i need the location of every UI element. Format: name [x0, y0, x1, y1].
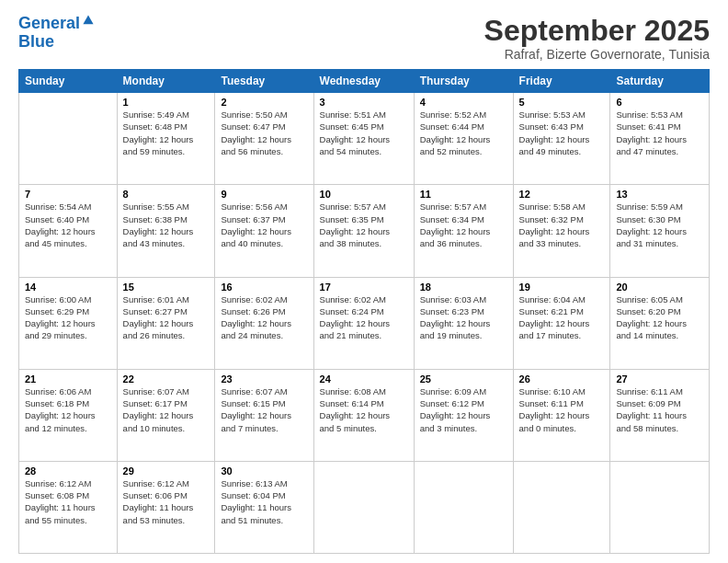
calendar-cell: 17Sunrise: 6:02 AM Sunset: 6:24 PM Dayli…: [313, 277, 414, 369]
day-number: 14: [25, 282, 111, 293]
calendar-cell: 2Sunrise: 5:50 AM Sunset: 6:47 PM Daylig…: [215, 93, 313, 185]
calendar-cell: 23Sunrise: 6:07 AM Sunset: 6:15 PM Dayli…: [215, 369, 313, 461]
calendar-cell: 22Sunrise: 6:07 AM Sunset: 6:17 PM Dayli…: [117, 369, 215, 461]
calendar-cell: 30Sunrise: 6:13 AM Sunset: 6:04 PM Dayli…: [215, 461, 313, 553]
subtitle: Rafraf, Bizerte Governorate, Tunisia: [484, 47, 710, 62]
day-number: 3: [320, 97, 408, 108]
day-info: Sunrise: 6:08 AM Sunset: 6:14 PM Dayligh…: [320, 385, 408, 434]
calendar-cell: 26Sunrise: 6:10 AM Sunset: 6:11 PM Dayli…: [513, 369, 610, 461]
calendar-cell: 6Sunrise: 5:53 AM Sunset: 6:41 PM Daylig…: [610, 93, 710, 185]
day-number: 27: [616, 373, 703, 385]
calendar-week-5: 28Sunrise: 6:12 AM Sunset: 6:08 PM Dayli…: [19, 461, 710, 553]
day-number: 7: [25, 189, 111, 200]
calendar-cell: 27Sunrise: 6:11 AM Sunset: 6:09 PM Dayli…: [610, 369, 710, 461]
calendar-cell: 29Sunrise: 6:12 AM Sunset: 6:06 PM Dayli…: [117, 461, 215, 553]
day-number: 23: [221, 373, 307, 385]
calendar-cell: 20Sunrise: 6:05 AM Sunset: 6:20 PM Dayli…: [610, 277, 710, 369]
day-info: Sunrise: 5:59 AM Sunset: 6:30 PM Dayligh…: [616, 201, 703, 249]
calendar-cell: 14Sunrise: 6:00 AM Sunset: 6:29 PM Dayli…: [19, 277, 118, 369]
col-monday: Monday: [117, 70, 215, 93]
calendar-cell: [313, 461, 414, 553]
day-number: 30: [221, 465, 307, 477]
calendar-header-row: Sunday Monday Tuesday Wednesday Thursday…: [19, 70, 710, 93]
day-info: Sunrise: 6:02 AM Sunset: 6:26 PM Dayligh…: [221, 293, 307, 342]
calendar-week-4: 21Sunrise: 6:06 AM Sunset: 6:18 PM Dayli…: [19, 369, 710, 461]
day-number: 11: [420, 189, 507, 200]
day-info: Sunrise: 6:00 AM Sunset: 6:29 PM Dayligh…: [25, 293, 111, 342]
day-number: 28: [25, 465, 111, 477]
day-info: Sunrise: 6:04 AM Sunset: 6:21 PM Dayligh…: [519, 293, 605, 342]
day-info: Sunrise: 6:09 AM Sunset: 6:12 PM Dayligh…: [420, 385, 507, 434]
day-info: Sunrise: 6:02 AM Sunset: 6:24 PM Dayligh…: [320, 293, 408, 342]
day-info: Sunrise: 5:55 AM Sunset: 6:38 PM Dayligh…: [123, 201, 210, 249]
page: General Blue September 2025 Rafraf, Bize…: [0, 0, 728, 563]
header: General Blue September 2025 Rafraf, Bize…: [18, 15, 710, 62]
day-info: Sunrise: 5:50 AM Sunset: 6:47 PM Dayligh…: [221, 109, 307, 157]
day-number: 9: [221, 189, 307, 200]
calendar-cell: 5Sunrise: 5:53 AM Sunset: 6:43 PM Daylig…: [513, 93, 610, 185]
day-number: 26: [519, 373, 605, 385]
day-info: Sunrise: 6:11 AM Sunset: 6:09 PM Dayligh…: [616, 385, 703, 434]
day-number: 20: [616, 282, 703, 293]
calendar-cell: 25Sunrise: 6:09 AM Sunset: 6:12 PM Dayli…: [414, 369, 513, 461]
day-number: 17: [320, 282, 408, 293]
day-info: Sunrise: 6:01 AM Sunset: 6:27 PM Dayligh…: [123, 293, 210, 342]
calendar-cell: 9Sunrise: 5:56 AM Sunset: 6:37 PM Daylig…: [215, 185, 313, 277]
day-number: 22: [123, 373, 210, 385]
day-info: Sunrise: 6:07 AM Sunset: 6:15 PM Dayligh…: [221, 385, 307, 434]
col-friday: Friday: [513, 70, 610, 93]
calendar-cell: 10Sunrise: 5:57 AM Sunset: 6:35 PM Dayli…: [313, 185, 414, 277]
day-info: Sunrise: 5:58 AM Sunset: 6:32 PM Dayligh…: [519, 201, 605, 249]
main-title: September 2025: [484, 15, 710, 47]
day-info: Sunrise: 6:12 AM Sunset: 6:08 PM Dayligh…: [25, 477, 111, 526]
day-info: Sunrise: 6:03 AM Sunset: 6:23 PM Dayligh…: [420, 293, 507, 342]
logo-text: General Blue: [18, 15, 95, 52]
day-info: Sunrise: 6:13 AM Sunset: 6:04 PM Dayligh…: [221, 477, 307, 526]
day-info: Sunrise: 5:51 AM Sunset: 6:45 PM Dayligh…: [320, 109, 408, 157]
calendar-cell: 19Sunrise: 6:04 AM Sunset: 6:21 PM Dayli…: [513, 277, 610, 369]
day-info: Sunrise: 5:49 AM Sunset: 6:48 PM Dayligh…: [123, 109, 210, 157]
calendar-cell: 8Sunrise: 5:55 AM Sunset: 6:38 PM Daylig…: [117, 185, 215, 277]
calendar-cell: 24Sunrise: 6:08 AM Sunset: 6:14 PM Dayli…: [313, 369, 414, 461]
day-number: 8: [123, 189, 210, 200]
day-info: Sunrise: 5:53 AM Sunset: 6:43 PM Dayligh…: [519, 109, 605, 157]
day-number: 24: [320, 373, 408, 385]
day-number: 21: [25, 373, 111, 385]
calendar-week-1: 1Sunrise: 5:49 AM Sunset: 6:48 PM Daylig…: [19, 93, 710, 185]
day-number: 2: [221, 97, 307, 108]
day-number: 13: [616, 189, 703, 200]
day-number: 16: [221, 282, 307, 293]
calendar-cell: 15Sunrise: 6:01 AM Sunset: 6:27 PM Dayli…: [117, 277, 215, 369]
day-number: 10: [320, 189, 408, 200]
calendar-cell: [513, 461, 610, 553]
logo: General Blue: [18, 15, 95, 52]
calendar-cell: 28Sunrise: 6:12 AM Sunset: 6:08 PM Dayli…: [19, 461, 118, 553]
col-sunday: Sunday: [19, 70, 118, 93]
day-info: Sunrise: 5:56 AM Sunset: 6:37 PM Dayligh…: [221, 201, 307, 249]
svg-marker-0: [83, 16, 93, 25]
day-info: Sunrise: 6:06 AM Sunset: 6:18 PM Dayligh…: [25, 385, 111, 434]
day-info: Sunrise: 5:53 AM Sunset: 6:41 PM Dayligh…: [616, 109, 703, 157]
calendar-cell: [414, 461, 513, 553]
calendar-week-3: 14Sunrise: 6:00 AM Sunset: 6:29 PM Dayli…: [19, 277, 710, 369]
day-number: 1: [123, 97, 210, 108]
col-tuesday: Tuesday: [215, 70, 313, 93]
calendar-cell: 12Sunrise: 5:58 AM Sunset: 6:32 PM Dayli…: [513, 185, 610, 277]
day-info: Sunrise: 5:54 AM Sunset: 6:40 PM Dayligh…: [25, 201, 111, 249]
calendar-cell: 11Sunrise: 5:57 AM Sunset: 6:34 PM Dayli…: [414, 185, 513, 277]
day-info: Sunrise: 5:57 AM Sunset: 6:35 PM Dayligh…: [320, 201, 408, 249]
day-number: 6: [616, 97, 703, 108]
day-info: Sunrise: 6:05 AM Sunset: 6:20 PM Dayligh…: [616, 293, 703, 342]
day-number: 18: [420, 282, 507, 293]
title-block: September 2025 Rafraf, Bizerte Governora…: [484, 15, 710, 62]
calendar-cell: 18Sunrise: 6:03 AM Sunset: 6:23 PM Dayli…: [414, 277, 513, 369]
calendar-cell: 1Sunrise: 5:49 AM Sunset: 6:48 PM Daylig…: [117, 93, 215, 185]
col-saturday: Saturday: [610, 70, 710, 93]
calendar-cell: [19, 93, 118, 185]
day-number: 4: [420, 97, 507, 108]
day-info: Sunrise: 6:12 AM Sunset: 6:06 PM Dayligh…: [123, 477, 210, 526]
calendar-cell: [610, 461, 710, 553]
day-info: Sunrise: 5:52 AM Sunset: 6:44 PM Dayligh…: [420, 109, 507, 157]
day-info: Sunrise: 6:10 AM Sunset: 6:11 PM Dayligh…: [519, 385, 605, 434]
calendar: Sunday Monday Tuesday Wednesday Thursday…: [18, 69, 710, 554]
